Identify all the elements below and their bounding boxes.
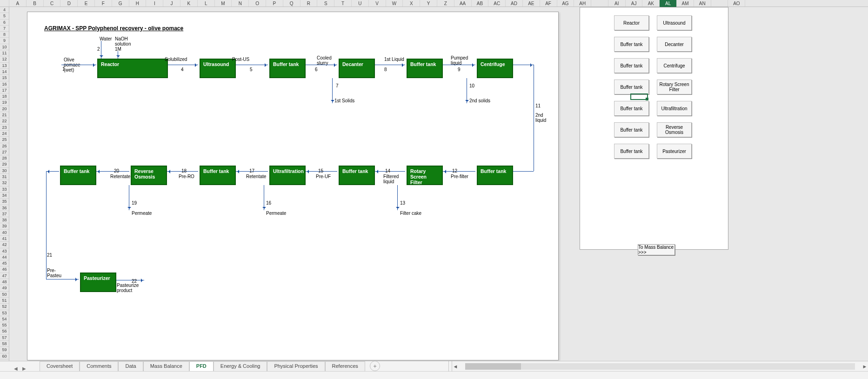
row-header-57[interactable]: 57 xyxy=(0,335,9,341)
row-header-10[interactable]: 10 xyxy=(0,44,9,50)
row-header-6[interactable]: 6 xyxy=(0,20,9,26)
block-rotary-screen-filter[interactable]: Rotary Screen Filter xyxy=(407,166,443,185)
col-header-S[interactable]: S xyxy=(317,0,334,7)
panel-button-buffer-tank-3[interactable]: Buffer tank xyxy=(614,80,649,94)
row-header-22[interactable]: 22 xyxy=(0,118,9,124)
block-buffer-tank-2[interactable]: Buffer tank xyxy=(407,59,443,78)
sheet-tab-comments[interactable]: Comments xyxy=(80,361,118,371)
row-header-13[interactable]: 13 xyxy=(0,63,9,69)
panel-button-reverse-osmosis-5[interactable]: Reverse Osmosis xyxy=(657,122,692,137)
block-centrifuge[interactable]: Centrifuge xyxy=(477,59,513,78)
col-header-AF[interactable]: AF xyxy=(540,0,557,7)
row-header-60[interactable]: 60 xyxy=(0,353,9,359)
panel-button-pasteurizer-6[interactable]: Pasteurizer xyxy=(657,144,692,159)
row-header-52[interactable]: 52 xyxy=(0,304,9,310)
row-header-34[interactable]: 34 xyxy=(0,193,9,199)
col-header-U[interactable]: U xyxy=(352,0,369,7)
col-header-I[interactable]: I xyxy=(146,0,163,7)
block-buffer-tank-r2[interactable]: Buffer tank xyxy=(339,166,375,185)
row-header-29[interactable]: 29 xyxy=(0,161,9,167)
row-header-31[interactable]: 31 xyxy=(0,174,9,180)
col-header-AJ[interactable]: AJ xyxy=(626,0,643,7)
row-header-43[interactable]: 43 xyxy=(0,248,9,254)
row-header-14[interactable]: 14 xyxy=(0,69,9,75)
worksheet-grid[interactable]: AGRIMAX - SPP Polyphenol recovery - oliv… xyxy=(9,7,868,361)
row-header-21[interactable]: 21 xyxy=(0,112,9,118)
col-header-Y[interactable]: Y xyxy=(420,0,437,7)
col-header-corner[interactable] xyxy=(711,0,728,7)
sheet-tab-physical-properties[interactable]: Physical Properties xyxy=(267,361,325,371)
row-header-19[interactable]: 19 xyxy=(0,100,9,106)
col-header-O[interactable]: O xyxy=(249,0,266,7)
sheet-tab-data[interactable]: Data xyxy=(118,361,143,371)
row-header-15[interactable]: 15 xyxy=(0,75,9,81)
col-header-AA[interactable]: AA xyxy=(454,0,472,7)
row-header-35[interactable]: 35 xyxy=(0,199,9,205)
block-reverse-osmosis[interactable]: Reverse Osmosis xyxy=(131,166,167,185)
block-buffer-tank-bl[interactable]: Buffer tank xyxy=(60,166,96,185)
col-header-A[interactable]: A xyxy=(9,0,27,7)
panel-button-buffer-tank-2[interactable]: Buffer tank xyxy=(614,58,649,73)
sheet-tab-coversheet[interactable]: Coversheet xyxy=(40,361,80,371)
row-header-30[interactable]: 30 xyxy=(0,168,9,174)
scroll-right-icon[interactable]: ► xyxy=(861,364,868,369)
col-header-R[interactable]: R xyxy=(300,0,318,7)
row-header-40[interactable]: 40 xyxy=(0,230,9,236)
row-header-32[interactable]: 32 xyxy=(0,180,9,186)
col-header-K[interactable]: K xyxy=(180,0,198,7)
panel-button-buffer-tank-4[interactable]: Buffer tank xyxy=(614,101,649,116)
panel-button-centrifuge-2[interactable]: Centrifuge xyxy=(657,58,692,73)
col-header-Q[interactable]: Q xyxy=(283,0,300,7)
col-header-AK[interactable]: AK xyxy=(642,0,660,7)
col-header-AE[interactable]: AE xyxy=(523,0,540,7)
row-header-28[interactable]: 28 xyxy=(0,155,9,161)
row-header-7[interactable]: 7 xyxy=(0,26,9,32)
panel-button-buffer-tank-1[interactable]: Buffer tank xyxy=(614,37,649,52)
row-header-53[interactable]: 53 xyxy=(0,310,9,316)
row-header-56[interactable]: 56 xyxy=(0,328,9,334)
panel-button-buffer-tank-5[interactable]: Buffer tank xyxy=(614,122,649,137)
row-header-42[interactable]: 42 xyxy=(0,242,9,248)
col-header-AB[interactable]: AB xyxy=(472,0,489,7)
row-header-4[interactable]: 4 xyxy=(0,7,9,13)
block-decanter[interactable]: Decanter xyxy=(339,59,375,78)
panel-button-ultrafiltration-4[interactable]: Ultrafiltration xyxy=(657,101,692,116)
row-header-12[interactable]: 12 xyxy=(0,56,9,62)
col-header-T[interactable]: T xyxy=(334,0,352,7)
panel-button-decanter-1[interactable]: Decanter xyxy=(657,37,692,52)
col-header-W[interactable]: W xyxy=(386,0,403,7)
row-header-45[interactable]: 45 xyxy=(0,260,9,266)
row-header-44[interactable]: 44 xyxy=(0,254,9,260)
row-header-9[interactable]: 9 xyxy=(0,38,9,44)
horizontal-scrollbar[interactable]: ◄ ► xyxy=(448,361,868,371)
hscroll-thumb[interactable] xyxy=(465,363,521,370)
col-header-G[interactable]: G xyxy=(112,0,129,7)
col-header-J[interactable]: J xyxy=(163,0,180,7)
col-header-B[interactable]: B xyxy=(27,0,44,7)
col-header-AI[interactable]: AI xyxy=(608,0,626,7)
block-ultrasound[interactable]: Ultrasound xyxy=(200,59,236,78)
block-buffer-tank-mid[interactable]: Buffer tank xyxy=(200,166,236,185)
col-header-AN[interactable]: AN xyxy=(694,0,711,7)
tab-nav[interactable]: ◀▶ xyxy=(0,366,40,371)
row-header-23[interactable]: 23 xyxy=(0,125,9,131)
panel-button-buffer-tank-6[interactable]: Buffer tank xyxy=(614,144,649,159)
row-header-37[interactable]: 37 xyxy=(0,211,9,217)
row-header-36[interactable]: 36 xyxy=(0,205,9,211)
sheet-tab-mass-balance[interactable]: Mass Balance xyxy=(143,361,189,371)
row-header-5[interactable]: 5 xyxy=(0,13,9,19)
col-header-AM[interactable]: AM xyxy=(677,0,694,7)
col-header-AD[interactable]: AD xyxy=(506,0,523,7)
row-header-58[interactable]: 58 xyxy=(0,341,9,347)
panel-button-reactor-0[interactable]: Reactor xyxy=(614,15,649,30)
col-header-V[interactable]: V xyxy=(369,0,386,7)
block-ultrafiltration[interactable]: Ultrafiltration xyxy=(269,166,306,185)
panel-button-ultrasound-0[interactable]: Ultrasound xyxy=(657,15,692,30)
row-header-41[interactable]: 41 xyxy=(0,236,9,242)
col-header-corner[interactable] xyxy=(591,0,608,7)
row-header-38[interactable]: 38 xyxy=(0,217,9,223)
row-header-17[interactable]: 17 xyxy=(0,87,9,93)
row-header-47[interactable]: 47 xyxy=(0,273,9,279)
col-header-M[interactable]: M xyxy=(215,0,232,7)
col-header-AH[interactable]: AH xyxy=(574,0,591,7)
